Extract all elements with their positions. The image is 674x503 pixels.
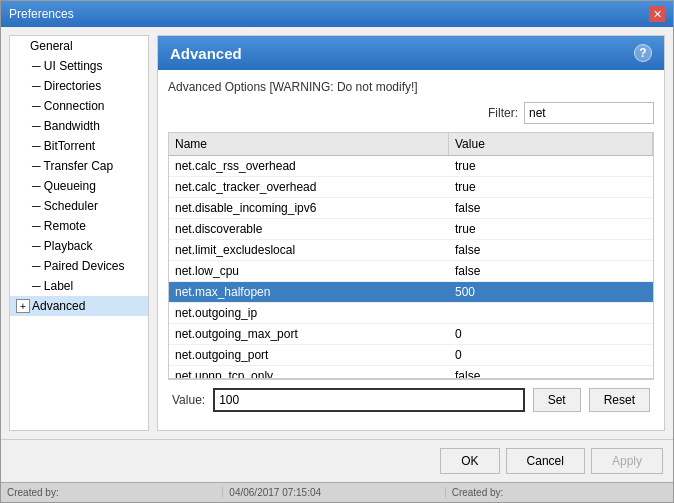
cell-value: false — [449, 261, 653, 281]
status-seg3: Created by: — [452, 487, 667, 498]
window-body: General─ UI Settings─ Directories─ Conne… — [1, 27, 673, 439]
col-name: Name — [169, 133, 449, 155]
table-scroll[interactable]: net.calc_rss_overheadtruenet.calc_tracke… — [169, 156, 653, 378]
sidebar-item-playback[interactable]: ─ Playback — [10, 236, 148, 256]
cell-value: true — [449, 156, 653, 176]
sidebar-item-advanced[interactable]: + Advanced — [10, 296, 148, 316]
cell-name: net.discoverable — [169, 219, 449, 239]
cell-value: 0 — [449, 345, 653, 365]
table-row[interactable]: net.discoverabletrue — [169, 219, 653, 240]
table-row[interactable]: net.outgoing_port0 — [169, 345, 653, 366]
content-panel: Advanced ? Advanced Options [WARNING: Do… — [157, 35, 665, 431]
cell-value: true — [449, 219, 653, 239]
close-button[interactable]: ✕ — [649, 6, 665, 22]
table-row[interactable]: net.disable_incoming_ipv6false — [169, 198, 653, 219]
cell-value — [449, 303, 653, 323]
cell-name: net.outgoing_max_port — [169, 324, 449, 344]
table-row[interactable]: net.outgoing_max_port0 — [169, 324, 653, 345]
table-row[interactable]: net.low_cpufalse — [169, 261, 653, 282]
sidebar-item-remote[interactable]: ─ Remote — [10, 216, 148, 236]
cell-value: false — [449, 198, 653, 218]
content-title: Advanced — [170, 45, 242, 62]
cell-name: net.calc_tracker_overhead — [169, 177, 449, 197]
table-row[interactable]: net.calc_rss_overheadtrue — [169, 156, 653, 177]
content-body: Advanced Options [WARNING: Do not modify… — [158, 70, 664, 430]
status-seg2: 04/06/2017 07:15:04 — [229, 487, 445, 498]
sidebar-item-general[interactable]: General — [10, 36, 148, 56]
content-header: Advanced ? — [158, 36, 664, 70]
sidebar-item-bandwidth[interactable]: ─ Bandwidth — [10, 116, 148, 136]
value-input[interactable] — [213, 388, 524, 412]
table-row[interactable]: net.max_halfopen500 — [169, 282, 653, 303]
status-seg1: Created by: — [7, 487, 223, 498]
cell-name: net.low_cpu — [169, 261, 449, 281]
sidebar-item-paired-devices[interactable]: ─ Paired Devices — [10, 256, 148, 276]
table-container: Name Value net.calc_rss_overheadtruenet.… — [168, 132, 654, 379]
footer: OK Cancel Apply — [1, 439, 673, 482]
cell-value: false — [449, 240, 653, 260]
table-row[interactable]: net.calc_tracker_overheadtrue — [169, 177, 653, 198]
cell-name: net.limit_excludeslocal — [169, 240, 449, 260]
cell-name: net.upnp_tcp_only — [169, 366, 449, 378]
title-bar-text: Preferences — [9, 7, 74, 21]
cell-name: net.calc_rss_overhead — [169, 156, 449, 176]
cancel-button[interactable]: Cancel — [506, 448, 585, 474]
sidebar-item-directories[interactable]: ─ Directories — [10, 76, 148, 96]
status-bar: Created by: 04/06/2017 07:15:04 Created … — [1, 482, 673, 502]
table-header: Name Value — [169, 133, 653, 156]
cell-value: true — [449, 177, 653, 197]
warning-text: Advanced Options [WARNING: Do not modify… — [168, 80, 654, 94]
cell-value: 500 — [449, 282, 653, 302]
sidebar-item-queueing[interactable]: ─ Queueing — [10, 176, 148, 196]
title-bar: Preferences ✕ — [1, 1, 673, 27]
apply-button[interactable]: Apply — [591, 448, 663, 474]
filter-label: Filter: — [488, 106, 518, 120]
cell-name: net.outgoing_ip — [169, 303, 449, 323]
table-row[interactable]: net.limit_excludeslocalfalse — [169, 240, 653, 261]
value-row: Value: Set Reset — [168, 379, 654, 420]
sidebar-item-transfer-cap[interactable]: ─ Transfer Cap — [10, 156, 148, 176]
cell-value: 0 — [449, 324, 653, 344]
sidebar-item-label[interactable]: ─ Label — [10, 276, 148, 296]
expand-icon-advanced: + — [16, 299, 30, 313]
filter-row: Filter: — [168, 102, 654, 124]
cell-value: false — [449, 366, 653, 378]
cell-name: net.disable_incoming_ipv6 — [169, 198, 449, 218]
filter-input[interactable] — [524, 102, 654, 124]
sidebar-item-ui-settings[interactable]: ─ UI Settings — [10, 56, 148, 76]
set-button[interactable]: Set — [533, 388, 581, 412]
sidebar-item-connection[interactable]: ─ Connection — [10, 96, 148, 116]
sidebar-label-advanced: Advanced — [32, 299, 85, 313]
help-button[interactable]: ? — [634, 44, 652, 62]
table-row[interactable]: net.upnp_tcp_onlyfalse — [169, 366, 653, 378]
reset-button[interactable]: Reset — [589, 388, 650, 412]
table-row[interactable]: net.outgoing_ip — [169, 303, 653, 324]
sidebar: General─ UI Settings─ Directories─ Conne… — [9, 35, 149, 431]
sidebar-item-scheduler[interactable]: ─ Scheduler — [10, 196, 148, 216]
cell-name: net.max_halfopen — [169, 282, 449, 302]
preferences-window: Preferences ✕ General─ UI Settings─ Dire… — [0, 0, 674, 503]
col-value: Value — [449, 133, 653, 155]
ok-button[interactable]: OK — [440, 448, 499, 474]
cell-name: net.outgoing_port — [169, 345, 449, 365]
value-label: Value: — [172, 393, 205, 407]
sidebar-item-bittorrent[interactable]: ─ BitTorrent — [10, 136, 148, 156]
